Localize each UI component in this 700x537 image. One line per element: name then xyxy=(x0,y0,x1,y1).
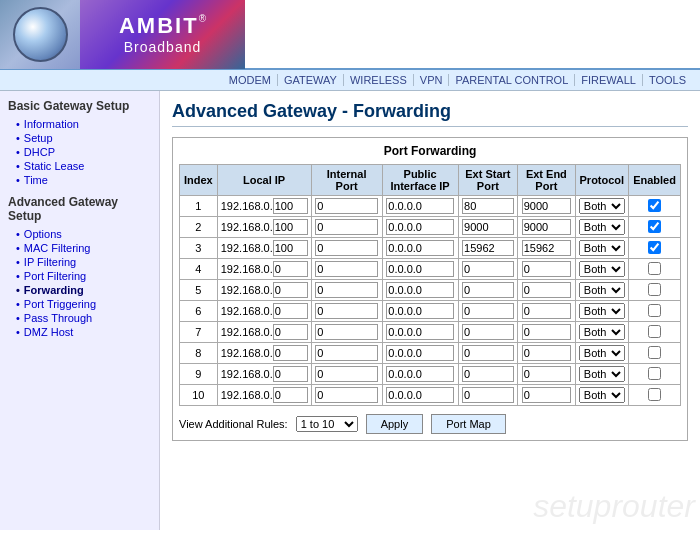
internal-port-input[interactable] xyxy=(315,198,378,214)
protocol-select[interactable]: BothTCPUDP xyxy=(579,240,625,256)
protocol-select[interactable]: BothTCPUDP xyxy=(579,303,625,319)
ext-start-input[interactable] xyxy=(462,387,514,403)
internal-port-input[interactable] xyxy=(315,240,378,256)
enabled-checkbox[interactable] xyxy=(648,262,661,275)
sidebar-item-time[interactable]: Time xyxy=(8,173,151,187)
internal-port-input[interactable] xyxy=(315,387,378,403)
enabled-checkbox[interactable] xyxy=(648,367,661,380)
port-map-button[interactable]: Port Map xyxy=(431,414,506,434)
nav-gateway[interactable]: GATEWAY xyxy=(278,74,344,86)
ext-end-input[interactable] xyxy=(522,345,571,361)
apply-button[interactable]: Apply xyxy=(366,414,424,434)
public-ip-input[interactable] xyxy=(386,324,453,340)
protocol-select[interactable]: BothTCPUDP xyxy=(579,324,625,340)
public-ip-input[interactable] xyxy=(386,240,453,256)
sidebar-item-ip-filtering[interactable]: IP Filtering xyxy=(8,255,151,269)
enabled-checkbox[interactable] xyxy=(648,325,661,338)
sidebar-item-options[interactable]: Options xyxy=(8,227,151,241)
col-ext-end: Ext End Port xyxy=(518,165,575,196)
nav-parental-control[interactable]: PARENTAL CONTROL xyxy=(449,74,575,86)
ext-start-input[interactable] xyxy=(462,303,514,319)
sidebar-item-setup[interactable]: Setup xyxy=(8,131,151,145)
protocol-select[interactable]: BothTCPUDP xyxy=(579,261,625,277)
enabled-checkbox[interactable] xyxy=(648,199,661,212)
cell-public-ip xyxy=(382,364,458,385)
ext-end-input[interactable] xyxy=(522,387,571,403)
ip-suffix-input[interactable] xyxy=(273,240,308,256)
sidebar-item-static-lease[interactable]: Static Lease xyxy=(8,159,151,173)
ext-end-input[interactable] xyxy=(522,240,571,256)
public-ip-input[interactable] xyxy=(386,387,453,403)
enabled-checkbox[interactable] xyxy=(648,346,661,359)
sidebar-item-port-triggering[interactable]: Port Triggering xyxy=(8,297,151,311)
ext-end-input[interactable] xyxy=(522,261,571,277)
sidebar-item-pass-through[interactable]: Pass Through xyxy=(8,311,151,325)
protocol-select[interactable]: BothTCPUDP xyxy=(579,387,625,403)
ext-start-input[interactable] xyxy=(462,219,514,235)
enabled-checkbox[interactable] xyxy=(648,283,661,296)
header-logo: AMBIT ® Broadband xyxy=(80,0,245,69)
public-ip-input[interactable] xyxy=(386,282,453,298)
enabled-checkbox[interactable] xyxy=(648,388,661,401)
ext-end-input[interactable] xyxy=(522,282,571,298)
ip-suffix-input[interactable] xyxy=(273,282,308,298)
ext-start-input[interactable] xyxy=(462,198,514,214)
sidebar-item-information[interactable]: Information xyxy=(8,117,151,131)
ip-suffix-input[interactable] xyxy=(273,198,308,214)
protocol-select[interactable]: BothTCPUDP xyxy=(579,282,625,298)
protocol-select[interactable]: BothTCPUDP xyxy=(579,366,625,382)
protocol-select[interactable]: BothTCPUDP xyxy=(579,345,625,361)
ext-end-input[interactable] xyxy=(522,198,571,214)
internal-port-input[interactable] xyxy=(315,366,378,382)
nav-tools[interactable]: TOOLS xyxy=(643,74,692,86)
cell-enabled xyxy=(629,217,681,238)
ext-start-input[interactable] xyxy=(462,366,514,382)
cell-enabled xyxy=(629,322,681,343)
ext-end-input[interactable] xyxy=(522,219,571,235)
ext-start-input[interactable] xyxy=(462,261,514,277)
protocol-select[interactable]: BothTCPUDP xyxy=(579,219,625,235)
nav-modem[interactable]: MODEM xyxy=(223,74,278,86)
public-ip-input[interactable] xyxy=(386,366,453,382)
enabled-checkbox[interactable] xyxy=(648,241,661,254)
ext-start-input[interactable] xyxy=(462,324,514,340)
nav-wireless[interactable]: WIRELESS xyxy=(344,74,414,86)
ext-end-input[interactable] xyxy=(522,324,571,340)
internal-port-input[interactable] xyxy=(315,324,378,340)
ext-start-input[interactable] xyxy=(462,282,514,298)
ip-suffix-input[interactable] xyxy=(273,345,308,361)
public-ip-input[interactable] xyxy=(386,345,453,361)
ext-start-input[interactable] xyxy=(462,240,514,256)
ip-suffix-input[interactable] xyxy=(273,324,308,340)
cell-internal-port xyxy=(311,238,382,259)
protocol-select[interactable]: BothTCPUDP xyxy=(579,198,625,214)
ip-suffix-input[interactable] xyxy=(273,261,308,277)
sidebar-item-port-filtering[interactable]: Port Filtering xyxy=(8,269,151,283)
ip-suffix-input[interactable] xyxy=(273,219,308,235)
public-ip-input[interactable] xyxy=(386,198,453,214)
nav-firewall[interactable]: FIREWALL xyxy=(575,74,643,86)
sidebar-item-dhcp[interactable]: DHCP xyxy=(8,145,151,159)
ext-end-input[interactable] xyxy=(522,303,571,319)
enabled-checkbox[interactable] xyxy=(648,220,661,233)
internal-port-input[interactable] xyxy=(315,219,378,235)
enabled-checkbox[interactable] xyxy=(648,304,661,317)
view-additional-select[interactable]: 1 to 10 11 to 20 xyxy=(296,416,358,432)
sidebar-item-mac-filtering[interactable]: MAC Filtering xyxy=(8,241,151,255)
internal-port-input[interactable] xyxy=(315,261,378,277)
public-ip-input[interactable] xyxy=(386,261,453,277)
ip-suffix-input[interactable] xyxy=(273,387,308,403)
cell-ext-start xyxy=(458,238,518,259)
ip-suffix-input[interactable] xyxy=(273,303,308,319)
nav-vpn[interactable]: VPN xyxy=(414,74,450,86)
ip-suffix-input[interactable] xyxy=(273,366,308,382)
internal-port-input[interactable] xyxy=(315,303,378,319)
internal-port-input[interactable] xyxy=(315,345,378,361)
ext-end-input[interactable] xyxy=(522,366,571,382)
sidebar-item-dmz-host[interactable]: DMZ Host xyxy=(8,325,151,339)
public-ip-input[interactable] xyxy=(386,219,453,235)
public-ip-input[interactable] xyxy=(386,303,453,319)
internal-port-input[interactable] xyxy=(315,282,378,298)
sidebar-item-forwarding[interactable]: Forwarding xyxy=(8,283,151,297)
ext-start-input[interactable] xyxy=(462,345,514,361)
